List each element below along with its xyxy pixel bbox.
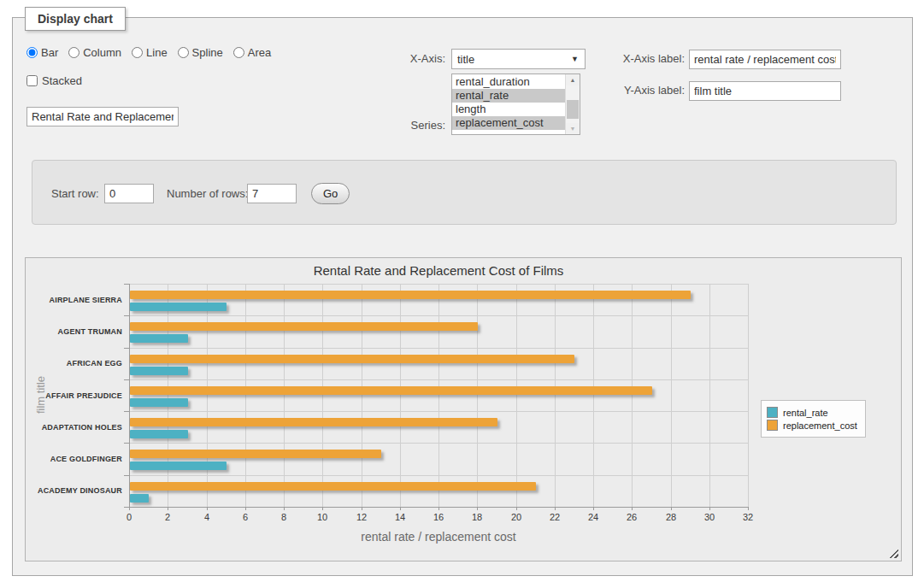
start-row-input[interactable] xyxy=(104,184,154,203)
gridline-vertical xyxy=(284,284,285,507)
x-tick-label: 24 xyxy=(580,512,606,522)
chart-y-axis-title: film title xyxy=(34,376,47,414)
bar-replacement_cost-agent-truman[interactable] xyxy=(130,322,478,331)
x-tick-label: 32 xyxy=(735,512,761,522)
gridline-vertical xyxy=(168,284,168,507)
chart-plot-area: 02468101214161820222426283032AIRPLANE SI… xyxy=(129,284,748,507)
x-axis-tick xyxy=(438,507,439,510)
go-button[interactable]: Go xyxy=(311,183,350,204)
gridline-vertical xyxy=(709,284,710,507)
chart-container: Rental Rate and Replacement Cost of Film… xyxy=(25,257,902,561)
gridline-vertical xyxy=(632,284,633,507)
chart-type-radio-area[interactable] xyxy=(233,47,244,58)
bar-rental_rate-adaptation-holes[interactable] xyxy=(130,430,188,438)
x-tick-label: 8 xyxy=(271,512,297,522)
x-axis-tick xyxy=(362,507,362,510)
x-tick-label: 28 xyxy=(658,512,684,522)
bar-replacement_cost-ace-goldfinger[interactable] xyxy=(130,450,381,458)
x-axis-tick xyxy=(129,507,130,510)
series-option-length[interactable]: length xyxy=(452,103,566,116)
series-label: Series: xyxy=(360,119,445,132)
x-tick-label: 30 xyxy=(697,512,722,522)
gridline-vertical xyxy=(671,284,672,507)
chart-type-radio-column[interactable] xyxy=(68,47,79,58)
chart-type-radio-spline[interactable] xyxy=(178,47,189,58)
category-label: AFRICAN EGG xyxy=(25,359,122,367)
bar-rental_rate-agent-truman[interactable] xyxy=(130,334,188,343)
rows-panel: Start row: Number of rows: Go xyxy=(32,160,897,225)
x-axis-tick xyxy=(284,507,285,510)
chart-type-radio-bar[interactable] xyxy=(26,47,38,58)
series-option-rental_duration[interactable]: rental_duration xyxy=(452,75,566,89)
bar-replacement_cost-academy-dinosaur[interactable] xyxy=(130,482,536,491)
chart-type-option-area[interactable]: Area xyxy=(233,46,271,59)
chart-type-radios: BarColumnLineSplineArea xyxy=(26,46,278,59)
display-chart-fieldset: Display chart BarColumnLineSplineArea St… xyxy=(12,17,913,576)
series-option-rental_rate[interactable]: rental_rate xyxy=(452,89,566,103)
x-axis-select[interactable]: title ▼ xyxy=(451,49,586,69)
chart-type-radio-label: Line xyxy=(146,46,168,59)
bar-replacement_cost-adaptation-holes[interactable] xyxy=(130,418,497,426)
chart-type-option-column[interactable]: Column xyxy=(68,46,121,59)
chart-type-option-spline[interactable]: Spline xyxy=(178,46,223,59)
bar-rental_rate-ace-goldfinger[interactable] xyxy=(130,461,227,470)
chart-type-radio-label: Area xyxy=(248,46,271,59)
x-tick-label: 20 xyxy=(503,512,529,522)
resize-handle-icon[interactable] xyxy=(889,549,898,558)
legend-label: replacement_cost xyxy=(783,420,857,431)
series-option-replacement_cost[interactable]: replacement_cost xyxy=(452,116,566,130)
legend-item-rental_rate[interactable]: rental_rate xyxy=(767,407,857,418)
gridline-vertical xyxy=(362,284,362,507)
bar-rental_rate-affair-prejudice[interactable] xyxy=(130,398,188,407)
gridline-vertical xyxy=(322,284,323,507)
category-label: ACE GOLDFINGER xyxy=(25,455,122,463)
bar-rental_rate-academy-dinosaur[interactable] xyxy=(130,494,149,503)
gridline-vertical xyxy=(245,284,246,507)
x-axis-tick xyxy=(709,507,710,510)
x-axis-select-label: X-Axis: xyxy=(360,52,445,65)
chart-type-radio-label: Column xyxy=(83,46,121,59)
x-axis-select-value: title xyxy=(452,53,474,66)
bar-replacement_cost-airplane-sierra[interactable] xyxy=(130,291,691,299)
bar-rental_rate-african-egg[interactable] xyxy=(130,367,188,375)
gridline-vertical xyxy=(438,284,439,507)
x-axis-label-input[interactable] xyxy=(689,50,841,69)
x-tick-label: 22 xyxy=(542,512,568,522)
legend-label: rental_rate xyxy=(783,408,828,418)
scroll-down-icon[interactable]: ▼ xyxy=(566,123,580,134)
bar-replacement_cost-affair-prejudice[interactable] xyxy=(130,386,652,395)
bar-rental_rate-airplane-sierra[interactable] xyxy=(130,303,227,311)
legend-swatch-rental_rate xyxy=(767,407,778,418)
chart-x-axis-title: rental rate / replacement cost xyxy=(129,530,748,544)
chart-title: Rental Rate and Replacement Cost of Film… xyxy=(129,263,748,278)
gridline-vertical xyxy=(555,284,556,507)
x-axis-tick xyxy=(516,507,517,510)
gridline-vertical xyxy=(477,284,478,507)
x-tick-label: 12 xyxy=(349,512,374,522)
x-axis-tick xyxy=(632,507,633,510)
bar-replacement_cost-african-egg[interactable] xyxy=(130,355,574,363)
y-axis-label-input[interactable] xyxy=(689,81,841,101)
start-row-label: Start row: xyxy=(51,187,99,200)
chart-title-input[interactable] xyxy=(26,107,179,126)
legend-item-replacement_cost[interactable]: replacement_cost xyxy=(767,420,857,431)
series-listbox[interactable]: rental_durationrental_ratelengthreplacem… xyxy=(451,73,580,135)
series-options: rental_durationrental_ratelengthreplacem… xyxy=(452,75,566,130)
x-axis-tick xyxy=(555,507,556,510)
chart-type-radio-label: Spline xyxy=(192,46,223,59)
category-label: AIRPLANE SIERRA xyxy=(25,296,122,304)
scrollbar-thumb[interactable] xyxy=(567,100,579,119)
stacked-label: Stacked xyxy=(42,74,82,87)
chart-type-option-line[interactable]: Line xyxy=(132,46,168,59)
stacked-checkbox[interactable] xyxy=(26,75,38,86)
chart-type-radio-label: Bar xyxy=(41,46,58,59)
x-tick-label: 10 xyxy=(309,512,335,522)
num-rows-input[interactable] xyxy=(247,184,297,203)
x-tick-label: 26 xyxy=(619,512,644,522)
x-axis-tick xyxy=(477,507,478,510)
chart-type-option-bar[interactable]: Bar xyxy=(26,46,58,59)
page: Display chart BarColumnLineSplineArea St… xyxy=(0,0,924,582)
chart-type-radio-line[interactable] xyxy=(132,47,143,58)
x-tick-label: 4 xyxy=(194,512,220,522)
x-axis-tick xyxy=(671,507,672,510)
